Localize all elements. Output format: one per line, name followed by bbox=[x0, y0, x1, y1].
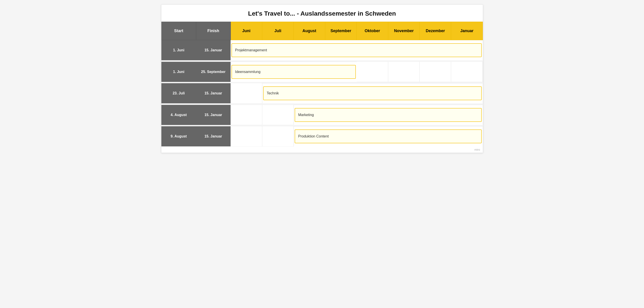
table-row: 23. Juli15. JanuarTechnik bbox=[162, 83, 482, 104]
header-month-november: November bbox=[388, 22, 420, 40]
table-row: 1. Juni25. SeptemberIdeensammlung bbox=[162, 62, 482, 82]
empty-grid-cell bbox=[262, 126, 294, 147]
empty-grid-cell bbox=[262, 105, 294, 125]
cell-start: 9. August bbox=[162, 126, 196, 147]
empty-grid-cell bbox=[230, 126, 262, 147]
empty-grid-cell bbox=[230, 83, 262, 104]
header-month-september: September bbox=[325, 22, 356, 40]
cell-start: 23. Juli bbox=[162, 83, 196, 104]
empty-grid-cell bbox=[357, 62, 388, 82]
empty-grid-cell bbox=[388, 62, 420, 82]
miro-watermark: miro bbox=[162, 147, 483, 153]
task-bar: Ideensammlung bbox=[232, 65, 356, 79]
header-month-oktober: Oktober bbox=[357, 22, 388, 40]
header-month-august: August bbox=[294, 22, 325, 40]
header-start: Start bbox=[162, 22, 196, 40]
cell-start: 1. Juni bbox=[162, 40, 196, 60]
empty-grid-cell bbox=[230, 105, 262, 125]
gantt-bar-cell: Marketing bbox=[294, 105, 482, 125]
task-bar: Produktion Content bbox=[295, 130, 482, 143]
header-month-januar: Januar bbox=[451, 22, 482, 40]
empty-grid-cell bbox=[451, 62, 482, 82]
gantt-bar-cell: Technik bbox=[262, 83, 482, 104]
gantt-bar-cell: Projektmanagement bbox=[230, 40, 482, 60]
header-month-dezember: Dezember bbox=[420, 22, 451, 40]
table-row: 4. August15. JanuarMarketing bbox=[162, 105, 482, 125]
header-row: Start Finish Juni Juli August September … bbox=[162, 22, 482, 40]
cell-start: 1. Juni bbox=[162, 62, 196, 82]
gantt-table: Start Finish Juni Juli August September … bbox=[162, 22, 483, 147]
cell-finish: 15. Januar bbox=[196, 126, 230, 147]
task-bar: Technik bbox=[263, 86, 482, 100]
task-bar: Marketing bbox=[295, 108, 482, 122]
gantt-bar-cell: Ideensammlung bbox=[230, 62, 357, 82]
header-finish: Finish bbox=[196, 22, 230, 40]
cell-finish: 15. Januar bbox=[196, 105, 230, 125]
cell-start: 4. August bbox=[162, 105, 196, 125]
empty-grid-cell bbox=[420, 62, 451, 82]
task-bar: Projektmanagement bbox=[232, 43, 482, 57]
cell-finish: 15. Januar bbox=[196, 40, 230, 60]
page-wrapper: Let's Travel to... - Auslandssemester in… bbox=[161, 4, 483, 153]
gantt-bar-cell: Produktion Content bbox=[294, 126, 482, 147]
cell-finish: 25. September bbox=[196, 62, 230, 82]
cell-finish: 15. Januar bbox=[196, 83, 230, 104]
page-title: Let's Travel to... - Auslandssemester in… bbox=[162, 5, 483, 22]
header-month-juli: Juli bbox=[262, 22, 294, 40]
header-month-juni: Juni bbox=[230, 22, 262, 40]
table-row: 1. Juni15. JanuarProjektmanagement bbox=[162, 40, 482, 60]
table-row: 9. August15. JanuarProduktion Content bbox=[162, 126, 482, 147]
